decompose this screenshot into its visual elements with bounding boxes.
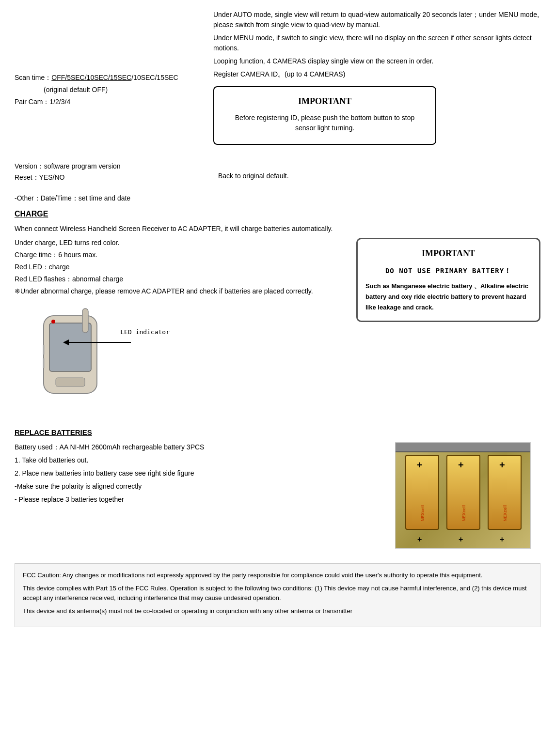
important-box-1: IMPORTANT Before registering ID, please … bbox=[213, 86, 436, 145]
battery-used: Battery used：AA NI-MH 2600mAh rechargeab… bbox=[15, 442, 381, 452]
scan-time-label: Scan time： bbox=[15, 74, 51, 81]
battery-label-2: NEXcell bbox=[461, 505, 468, 522]
important-body-2: Such as Manganese electric battery 、Alka… bbox=[365, 281, 531, 313]
important-title-2: IMPORTANT bbox=[365, 247, 531, 260]
charge-content: Under charge, LED turns red color. Charg… bbox=[15, 238, 540, 417]
reset-value: YES/NO bbox=[39, 173, 65, 181]
scan-time-value: OFF/5SEC/10SEC/15SEC bbox=[51, 74, 131, 81]
fcc-line3: This device and its antenna(s) must not … bbox=[23, 606, 532, 616]
charge-line1: When connect Wireless Handheld Screen Re… bbox=[15, 224, 540, 234]
replace-title: REPLACE BATTERIES bbox=[15, 427, 540, 438]
back-text: Back to original default. bbox=[218, 171, 289, 181]
step2: 2. Place new batteries into battery case… bbox=[15, 468, 381, 478]
replace-section: REPLACE BATTERIES Battery used：AA NI-MH … bbox=[15, 427, 540, 549]
top-right: Under AUTO mode, single view will return… bbox=[213, 10, 540, 152]
charge-line2: Under charge, LED turns red color. bbox=[15, 238, 347, 248]
charge-line5: Red LED flashes：abnormal charge bbox=[15, 274, 347, 284]
bottom-plus-1: + bbox=[417, 534, 422, 545]
pair-cam-line: Pair Cam：1/2/3/4 bbox=[15, 97, 199, 107]
fcc-line2: This device complies with Part 15 of the… bbox=[23, 584, 532, 602]
bottom-plus-3: + bbox=[500, 534, 504, 545]
svg-marker-8 bbox=[63, 339, 69, 345]
plus-icon-3: + bbox=[499, 458, 505, 472]
step1: 1. Take old batteries out. bbox=[15, 455, 381, 465]
top-section: Scan time：OFF/5SEC/10SEC/15SEC/10SEC/15S… bbox=[15, 10, 540, 152]
charge-section: CHARGE When connect Wireless Handheld Sc… bbox=[15, 208, 540, 417]
svg-point-6 bbox=[51, 320, 55, 324]
scan-time-line: Scan time：OFF/5SEC/10SEC/15SEC/10SEC/15S… bbox=[15, 73, 199, 83]
replace-left: Battery used：AA NI-MH 2600mAh rechargeab… bbox=[15, 442, 381, 549]
led-label: LED indicator bbox=[120, 327, 170, 337]
top-left: Scan time：OFF/5SEC/10SEC/15SEC/10SEC/15S… bbox=[15, 10, 199, 152]
svg-rect-2 bbox=[56, 378, 85, 386]
fcc-section: FCC Caution: Any changes or modification… bbox=[15, 563, 540, 627]
pair-cam-value: 1/2/3/4 bbox=[49, 98, 70, 106]
reset-line: Reset：YES/NO bbox=[15, 172, 199, 183]
battery-image: + NEXcell + NEXcell + NEXcell + bbox=[395, 442, 531, 549]
plus-icon-1: + bbox=[417, 458, 423, 472]
register-text: Register CAMERA ID。(up to 4 CAMERAS) bbox=[213, 69, 540, 79]
other-line: -Other：Date/Time：set time and date bbox=[15, 193, 540, 203]
charge-title: CHARGE bbox=[15, 208, 540, 220]
charge-line6: ※Under abnormal charge, please remove AC… bbox=[15, 286, 347, 296]
do-not-text: DO NOT USE PRIMARY BATTERY！ bbox=[365, 266, 531, 276]
plus-icon-2: + bbox=[458, 458, 464, 472]
version-label: Version： bbox=[15, 162, 44, 170]
version-value: software program version bbox=[44, 162, 121, 170]
version-section: Version：software program version Reset：Y… bbox=[15, 161, 540, 184]
step3: - Please replace 3 batteries together bbox=[15, 494, 381, 505]
menu-mode-text: Under MENU mode, if switch to single vie… bbox=[213, 33, 540, 53]
top-connector bbox=[396, 443, 530, 452]
charge-left: Under charge, LED turns red color. Charg… bbox=[15, 238, 347, 417]
bottom-plus-2: + bbox=[459, 534, 463, 545]
battery-compartment: + NEXcell + NEXcell + NEXcell + bbox=[396, 443, 530, 548]
back-text-area: Back to original default. bbox=[218, 161, 289, 184]
fcc-line1: FCC Caution: Any changes or modification… bbox=[23, 571, 532, 580]
replace-content: Battery used：AA NI-MH 2600mAh rechargeab… bbox=[15, 442, 540, 549]
reset-label: Reset： bbox=[15, 173, 39, 181]
scan-time-default: (original default OFF) bbox=[15, 85, 199, 95]
battery-label-3: NEXcell bbox=[502, 505, 509, 522]
looping-text: Looping function, 4 CAMERAS display sing… bbox=[213, 56, 540, 66]
charge-line3: Charge time：6 hours max. bbox=[15, 250, 347, 260]
device-illustration bbox=[29, 306, 116, 408]
replace-right: + NEXcell + NEXcell + NEXcell + bbox=[395, 442, 540, 549]
led-diagram: LED indicator bbox=[15, 306, 170, 417]
version-left: Version：software program version Reset：Y… bbox=[15, 161, 199, 184]
svg-rect-3 bbox=[82, 309, 88, 333]
important-box-2: IMPORTANT DO NOT USE PRIMARY BATTERY！ Su… bbox=[356, 238, 540, 322]
charge-line4: Red LED：charge bbox=[15, 262, 347, 272]
scan-pair: Scan time：OFF/5SEC/10SEC/15SEC/10SEC/15S… bbox=[15, 73, 199, 107]
version-line: Version：software program version bbox=[15, 161, 199, 171]
step2b: -Make sure the polarity is aligned corre… bbox=[15, 481, 381, 492]
important-title-1: IMPORTANT bbox=[224, 95, 426, 108]
battery-label-1: NEXcell bbox=[420, 505, 427, 522]
pair-cam-label: Pair Cam： bbox=[15, 98, 49, 106]
charge-right: IMPORTANT DO NOT USE PRIMARY BATTERY！ Su… bbox=[356, 238, 540, 417]
important-body-1: Before registering ID, please push the b… bbox=[224, 113, 426, 133]
auto-mode-text: Under AUTO mode, single view will return… bbox=[213, 10, 540, 30]
